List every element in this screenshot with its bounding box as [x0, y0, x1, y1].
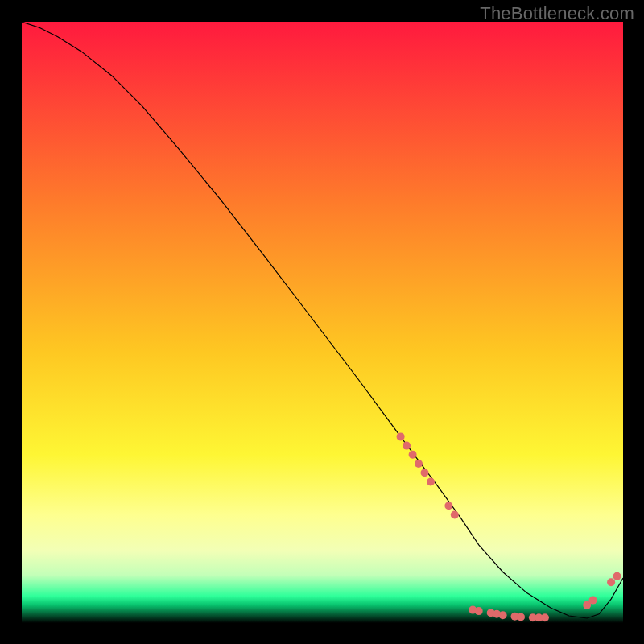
chart-plot-area [22, 22, 623, 623]
marker-dot [397, 432, 405, 440]
marker-dot [409, 451, 417, 459]
chart-background-gradient [22, 22, 623, 623]
chart-container: TheBottleneck.com [0, 0, 644, 644]
marker-dot [499, 611, 507, 619]
marker-dot [444, 502, 452, 510]
marker-dot [541, 613, 549, 621]
marker-dot [475, 607, 483, 615]
marker-dot [607, 578, 615, 586]
marker-dot [427, 478, 435, 486]
marker-dot [421, 469, 429, 477]
marker-dot [613, 572, 621, 580]
chart-svg [22, 22, 623, 623]
marker-dot [589, 597, 597, 605]
marker-dot [402, 442, 411, 450]
marker-dot [415, 460, 423, 468]
marker-dot [517, 613, 525, 621]
marker-dot [451, 511, 459, 519]
